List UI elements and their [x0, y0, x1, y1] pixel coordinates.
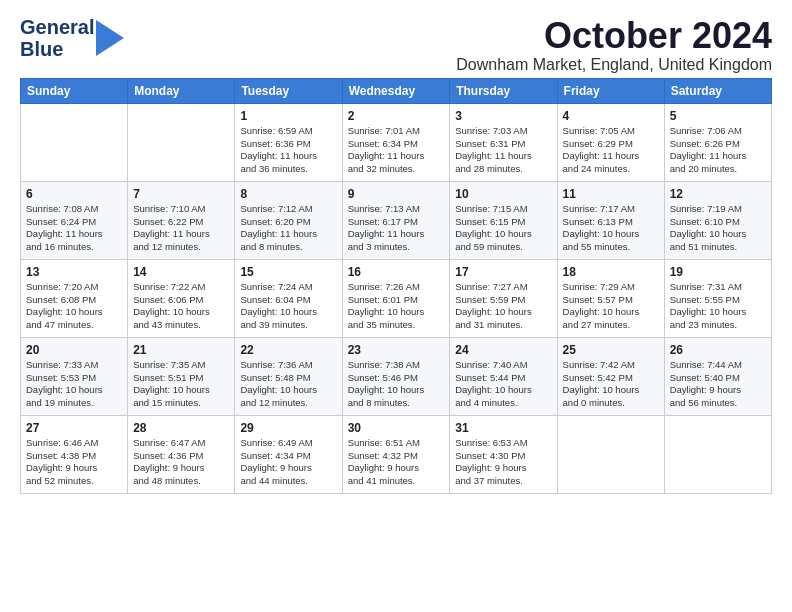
svg-marker-0 [96, 20, 124, 56]
title-area: October 2024 Downham Market, England, Un… [456, 16, 772, 74]
day-cell: 14Sunrise: 7:22 AM Sunset: 6:06 PM Dayli… [128, 259, 235, 337]
day-number: 31 [455, 420, 551, 436]
day-cell: 3Sunrise: 7:03 AM Sunset: 6:31 PM Daylig… [450, 103, 557, 181]
day-info: Sunrise: 7:01 AM Sunset: 6:34 PM Dayligh… [348, 125, 445, 176]
day-number: 15 [240, 264, 336, 280]
week-row-1: 1Sunrise: 6:59 AM Sunset: 6:36 PM Daylig… [21, 103, 772, 181]
day-cell: 18Sunrise: 7:29 AM Sunset: 5:57 PM Dayli… [557, 259, 664, 337]
day-cell: 24Sunrise: 7:40 AM Sunset: 5:44 PM Dayli… [450, 337, 557, 415]
day-info: Sunrise: 7:19 AM Sunset: 6:10 PM Dayligh… [670, 203, 766, 254]
day-cell: 29Sunrise: 6:49 AM Sunset: 4:34 PM Dayli… [235, 415, 342, 493]
header-row: Sunday Monday Tuesday Wednesday Thursday… [21, 78, 772, 103]
day-info: Sunrise: 7:06 AM Sunset: 6:26 PM Dayligh… [670, 125, 766, 176]
day-info: Sunrise: 7:05 AM Sunset: 6:29 PM Dayligh… [563, 125, 659, 176]
week-row-5: 27Sunrise: 6:46 AM Sunset: 4:38 PM Dayli… [21, 415, 772, 493]
day-info: Sunrise: 6:47 AM Sunset: 4:36 PM Dayligh… [133, 437, 229, 488]
day-number: 12 [670, 186, 766, 202]
day-number: 4 [563, 108, 659, 124]
day-number: 27 [26, 420, 122, 436]
day-number: 17 [455, 264, 551, 280]
day-number: 7 [133, 186, 229, 202]
day-info: Sunrise: 7:29 AM Sunset: 5:57 PM Dayligh… [563, 281, 659, 332]
col-thursday: Thursday [450, 78, 557, 103]
day-info: Sunrise: 7:44 AM Sunset: 5:40 PM Dayligh… [670, 359, 766, 410]
day-cell: 22Sunrise: 7:36 AM Sunset: 5:48 PM Dayli… [235, 337, 342, 415]
day-number: 21 [133, 342, 229, 358]
day-info: Sunrise: 6:49 AM Sunset: 4:34 PM Dayligh… [240, 437, 336, 488]
day-info: Sunrise: 7:15 AM Sunset: 6:15 PM Dayligh… [455, 203, 551, 254]
col-tuesday: Tuesday [235, 78, 342, 103]
day-number: 11 [563, 186, 659, 202]
col-wednesday: Wednesday [342, 78, 450, 103]
day-cell: 17Sunrise: 7:27 AM Sunset: 5:59 PM Dayli… [450, 259, 557, 337]
day-number: 1 [240, 108, 336, 124]
day-info: Sunrise: 7:35 AM Sunset: 5:51 PM Dayligh… [133, 359, 229, 410]
day-number: 14 [133, 264, 229, 280]
day-cell: 28Sunrise: 6:47 AM Sunset: 4:36 PM Dayli… [128, 415, 235, 493]
day-number: 29 [240, 420, 336, 436]
week-row-3: 13Sunrise: 7:20 AM Sunset: 6:08 PM Dayli… [21, 259, 772, 337]
day-cell: 25Sunrise: 7:42 AM Sunset: 5:42 PM Dayli… [557, 337, 664, 415]
day-cell: 10Sunrise: 7:15 AM Sunset: 6:15 PM Dayli… [450, 181, 557, 259]
day-cell: 8Sunrise: 7:12 AM Sunset: 6:20 PM Daylig… [235, 181, 342, 259]
day-cell: 13Sunrise: 7:20 AM Sunset: 6:08 PM Dayli… [21, 259, 128, 337]
day-number: 10 [455, 186, 551, 202]
day-info: Sunrise: 7:13 AM Sunset: 6:17 PM Dayligh… [348, 203, 445, 254]
day-cell: 19Sunrise: 7:31 AM Sunset: 5:55 PM Dayli… [664, 259, 771, 337]
day-number: 20 [26, 342, 122, 358]
day-cell: 2Sunrise: 7:01 AM Sunset: 6:34 PM Daylig… [342, 103, 450, 181]
day-info: Sunrise: 7:40 AM Sunset: 5:44 PM Dayligh… [455, 359, 551, 410]
day-cell [557, 415, 664, 493]
col-monday: Monday [128, 78, 235, 103]
day-info: Sunrise: 7:26 AM Sunset: 6:01 PM Dayligh… [348, 281, 445, 332]
page: General Blue October 2024 Downham Market… [0, 0, 792, 612]
day-cell: 7Sunrise: 7:10 AM Sunset: 6:22 PM Daylig… [128, 181, 235, 259]
day-info: Sunrise: 7:03 AM Sunset: 6:31 PM Dayligh… [455, 125, 551, 176]
day-cell: 23Sunrise: 7:38 AM Sunset: 5:46 PM Dayli… [342, 337, 450, 415]
day-number: 2 [348, 108, 445, 124]
day-info: Sunrise: 7:22 AM Sunset: 6:06 PM Dayligh… [133, 281, 229, 332]
day-info: Sunrise: 7:10 AM Sunset: 6:22 PM Dayligh… [133, 203, 229, 254]
header: General Blue October 2024 Downham Market… [20, 16, 772, 74]
day-cell [664, 415, 771, 493]
col-friday: Friday [557, 78, 664, 103]
day-info: Sunrise: 7:08 AM Sunset: 6:24 PM Dayligh… [26, 203, 122, 254]
day-info: Sunrise: 7:38 AM Sunset: 5:46 PM Dayligh… [348, 359, 445, 410]
day-cell: 27Sunrise: 6:46 AM Sunset: 4:38 PM Dayli… [21, 415, 128, 493]
day-number: 28 [133, 420, 229, 436]
day-cell: 11Sunrise: 7:17 AM Sunset: 6:13 PM Dayli… [557, 181, 664, 259]
week-row-2: 6Sunrise: 7:08 AM Sunset: 6:24 PM Daylig… [21, 181, 772, 259]
day-cell: 26Sunrise: 7:44 AM Sunset: 5:40 PM Dayli… [664, 337, 771, 415]
day-info: Sunrise: 7:12 AM Sunset: 6:20 PM Dayligh… [240, 203, 336, 254]
day-info: Sunrise: 6:51 AM Sunset: 4:32 PM Dayligh… [348, 437, 445, 488]
day-number: 5 [670, 108, 766, 124]
day-info: Sunrise: 7:36 AM Sunset: 5:48 PM Dayligh… [240, 359, 336, 410]
day-number: 18 [563, 264, 659, 280]
calendar-table: Sunday Monday Tuesday Wednesday Thursday… [20, 78, 772, 494]
week-row-4: 20Sunrise: 7:33 AM Sunset: 5:53 PM Dayli… [21, 337, 772, 415]
day-number: 19 [670, 264, 766, 280]
day-number: 6 [26, 186, 122, 202]
day-number: 22 [240, 342, 336, 358]
day-cell: 1Sunrise: 6:59 AM Sunset: 6:36 PM Daylig… [235, 103, 342, 181]
day-number: 30 [348, 420, 445, 436]
day-cell: 9Sunrise: 7:13 AM Sunset: 6:17 PM Daylig… [342, 181, 450, 259]
day-info: Sunrise: 7:27 AM Sunset: 5:59 PM Dayligh… [455, 281, 551, 332]
day-cell: 12Sunrise: 7:19 AM Sunset: 6:10 PM Dayli… [664, 181, 771, 259]
day-number: 25 [563, 342, 659, 358]
day-number: 13 [26, 264, 122, 280]
logo: General Blue [20, 16, 124, 60]
day-number: 23 [348, 342, 445, 358]
day-cell: 4Sunrise: 7:05 AM Sunset: 6:29 PM Daylig… [557, 103, 664, 181]
month-title: October 2024 [456, 16, 772, 56]
day-cell [21, 103, 128, 181]
day-number: 8 [240, 186, 336, 202]
day-info: Sunrise: 7:42 AM Sunset: 5:42 PM Dayligh… [563, 359, 659, 410]
day-cell: 5Sunrise: 7:06 AM Sunset: 6:26 PM Daylig… [664, 103, 771, 181]
day-cell: 6Sunrise: 7:08 AM Sunset: 6:24 PM Daylig… [21, 181, 128, 259]
col-sunday: Sunday [21, 78, 128, 103]
col-saturday: Saturday [664, 78, 771, 103]
location: Downham Market, England, United Kingdom [456, 56, 772, 74]
day-cell: 30Sunrise: 6:51 AM Sunset: 4:32 PM Dayli… [342, 415, 450, 493]
day-info: Sunrise: 7:31 AM Sunset: 5:55 PM Dayligh… [670, 281, 766, 332]
